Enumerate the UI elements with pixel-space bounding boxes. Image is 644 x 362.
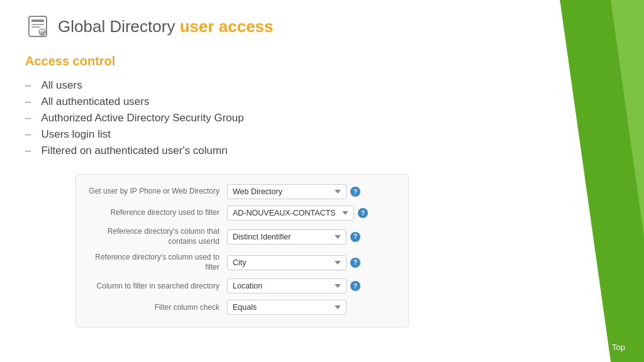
form-row-city: Reference directory's column used to fil… [89,250,396,275]
form-row-location: Column to filter in searched directory L… [89,275,396,297]
title-highlight: user access [180,17,274,36]
list-item: Authorized Active Directory Security Gro… [25,110,619,126]
distinct-identifier-control: Distinct Identifier ? [227,229,396,244]
distinct-identifier-help-icon[interactable]: ? [350,232,360,242]
distinct-identifier-select[interactable]: Distinct Identifier [227,229,347,244]
phone-directory-icon: ☎ [25,14,50,39]
settings-form-card: Get user by IP Phone or Web Directory We… [75,174,409,327]
web-directory-select[interactable]: Web Directory IP Phone [227,184,347,199]
filter-check-control: Equals Contains [227,300,396,315]
city-select[interactable]: City [227,255,347,270]
location-control: Location ? [227,278,396,293]
filter-check-select[interactable]: Equals Contains [227,300,347,315]
reference-directory-control: AD-NOUVEAUX-CONTACTS ? [227,206,396,221]
svg-rect-3 [31,26,40,28]
web-directory-control: Web Directory IP Phone ? [227,184,396,199]
form-row-filter-check: Filter column check Equals Contains [89,297,396,318]
form-row-reference-directory: Reference directory used to filter AD-NO… [89,202,396,224]
web-directory-help-icon[interactable]: ? [350,187,360,197]
distinct-identifier-label: Reference directory's column that contai… [89,227,227,246]
city-control: City ? [227,255,396,270]
city-help-icon[interactable]: ? [350,258,360,268]
list-item: Users login list [25,126,619,143]
page-header: ☎ Global Directory user access [25,14,619,39]
svg-text:☎: ☎ [40,31,45,35]
location-help-icon[interactable]: ? [350,281,360,291]
web-directory-label: Get user by IP Phone or Web Directory [89,187,227,197]
list-item: Filtered on authenticated user's column [25,143,619,159]
svg-rect-2 [31,24,44,25]
form-row-distinct-identifier: Reference directory's column that contai… [89,224,396,250]
list-item: All users [25,77,619,94]
filter-check-label: Filter column check [89,303,227,313]
svg-rect-1 [31,19,44,22]
title-plain: Global Directory [58,17,175,36]
page-title: Global Directory user access [58,17,274,36]
location-select[interactable]: Location [227,278,347,293]
top-label: Top [612,343,625,352]
city-label: Reference directory's column used to fil… [89,253,227,272]
list-item: All authenticated users [25,94,619,110]
location-label: Column to filter in searched directory [89,282,227,292]
form-row-web-directory: Get user by IP Phone or Web Directory We… [89,181,396,202]
reference-directory-select[interactable]: AD-NOUVEAUX-CONTACTS [227,206,354,221]
section-title: Access control [25,54,619,69]
reference-directory-help-icon[interactable]: ? [358,208,368,218]
access-control-list: All users All authenticated users Author… [25,77,619,159]
reference-directory-label: Reference directory used to filter [89,208,227,218]
